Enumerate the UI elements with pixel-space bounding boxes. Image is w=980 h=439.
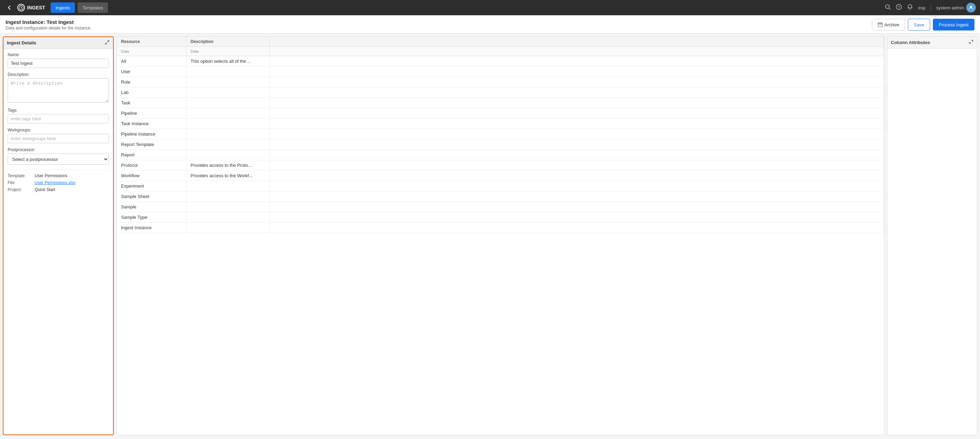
page-header-left: Ingest Instance: Test Ingest Data and co… <box>6 19 92 30</box>
workgroups-input[interactable] <box>8 134 109 143</box>
page-header-actions: Archive Save Process Ingest <box>872 19 974 30</box>
extra-cell <box>269 98 884 108</box>
table-row[interactable]: Role <box>117 77 884 87</box>
table-row[interactable]: Sample <box>117 202 884 212</box>
resource-cell: Report <box>117 150 186 160</box>
extra-cell <box>269 212 884 223</box>
table-row[interactable]: Pipeline Instance <box>117 129 884 139</box>
description-cell <box>186 108 269 119</box>
process-ingest-button[interactable]: Process Ingest <box>933 19 974 30</box>
center-panel: Resource Description Data Data AllThis o… <box>116 37 884 435</box>
panel-title: Ingest Details <box>7 40 37 45</box>
project-meta-value: Quick Start <box>35 187 55 192</box>
description-cell <box>186 223 269 233</box>
resource-cell: Task Instance <box>117 119 186 129</box>
description-cell <box>186 87 269 98</box>
save-label: Save <box>914 22 924 27</box>
page-title: Ingest Instance: Test Ingest <box>6 19 92 25</box>
resource-cell: Protocol <box>117 160 186 170</box>
extra-cell <box>269 67 884 77</box>
panel-collapse-button[interactable] <box>105 40 110 46</box>
resource-cell: All <box>117 56 186 67</box>
description-group: Description: <box>8 72 109 104</box>
col-resource-header: Resource <box>117 37 186 47</box>
table-row[interactable]: Sample Sheet <box>117 191 884 202</box>
svg-point-1 <box>886 5 889 9</box>
description-cell <box>186 119 269 129</box>
top-nav: INGEST Ingests Templates ? esp | system … <box>0 0 980 15</box>
postprocessor-group: Postprocessor: Select a postprocessor <box>8 147 109 165</box>
panel-header: Ingest Details <box>3 37 113 49</box>
extra-cell <box>269 181 884 191</box>
postprocessor-select[interactable]: Select a postprocessor <box>8 154 109 165</box>
archive-button[interactable]: Archive <box>872 19 905 30</box>
table-row[interactable]: Pipeline <box>117 108 884 119</box>
avatar <box>966 3 976 13</box>
description-cell <box>186 191 269 202</box>
bell-icon[interactable] <box>907 4 913 11</box>
brand-icon <box>18 4 25 11</box>
table-row[interactable]: User <box>117 67 884 77</box>
help-icon[interactable]: ? <box>896 4 902 11</box>
resource-cell: Sample Sheet <box>117 191 186 202</box>
file-meta-label: File: <box>8 180 32 185</box>
table-row[interactable]: AllThis option selects all of the ... <box>117 56 884 67</box>
extra-cell <box>269 139 884 150</box>
brand: INGEST <box>18 4 45 11</box>
nav-region: esp <box>918 5 925 10</box>
table-row[interactable]: Ingest Instance <box>117 223 884 233</box>
description-label: Description: <box>8 72 109 77</box>
description-cell <box>186 212 269 223</box>
template-meta-label: Template: <box>8 173 32 178</box>
project-meta-label: Project: <box>8 187 32 192</box>
table-row[interactable]: Task Instance <box>117 119 884 129</box>
search-icon[interactable] <box>885 4 891 11</box>
table-row[interactable]: Experiment <box>117 181 884 191</box>
description-cell <box>186 67 269 77</box>
table-row[interactable]: WorkflowProvides access to the Workf... <box>117 170 884 181</box>
extra-cell <box>269 160 884 170</box>
resource-cell: Role <box>117 77 186 87</box>
tags-label: Tags: <box>8 108 109 113</box>
right-panel-body <box>888 49 977 435</box>
save-button[interactable]: Save <box>908 19 930 30</box>
description-textarea[interactable] <box>8 78 109 103</box>
svg-line-2 <box>889 8 891 10</box>
table-row[interactable]: ProtocolProvides access to the Proto... <box>117 160 884 170</box>
svg-rect-7 <box>878 23 882 24</box>
tab-templates[interactable]: Templates <box>78 2 108 13</box>
tags-input[interactable] <box>8 114 109 124</box>
table-row[interactable]: Sample Type <box>117 212 884 223</box>
name-input[interactable] <box>8 59 109 68</box>
brand-label: INGEST <box>27 5 45 10</box>
table-row[interactable]: Lab <box>117 87 884 98</box>
back-button[interactable] <box>4 2 14 13</box>
table-row[interactable]: Report <box>117 150 884 160</box>
table-scroll[interactable]: Resource Description Data Data AllThis o… <box>117 37 884 435</box>
table-row[interactable]: Report Template <box>117 139 884 150</box>
resource-cell: Report Template <box>117 139 186 150</box>
col-description-sub: Data <box>186 47 269 56</box>
resource-cell: Task <box>117 98 186 108</box>
description-cell: Provides access to the Proto... <box>186 160 269 170</box>
resource-cell: Workflow <box>117 170 186 181</box>
nav-user: system admin <box>936 3 976 13</box>
resource-cell: Pipeline <box>117 108 186 119</box>
resource-table: Resource Description Data Data AllThis o… <box>117 37 884 233</box>
description-cell <box>186 181 269 191</box>
extra-cell <box>269 129 884 139</box>
resource-cell: Experiment <box>117 181 186 191</box>
name-label: Name: <box>8 52 109 57</box>
extra-cell <box>269 119 884 129</box>
archive-label: Archive <box>884 22 899 27</box>
tab-ingests[interactable]: Ingests <box>51 2 75 13</box>
svg-rect-6 <box>878 24 882 27</box>
extra-cell <box>269 150 884 160</box>
workgroups-label: Workgroups: <box>8 127 109 132</box>
right-panel-expand-button[interactable] <box>969 40 974 45</box>
meta-section: Template: User Permissions File: User Pe… <box>8 170 109 192</box>
file-meta-link[interactable]: User Permissions.xlsx <box>35 180 76 185</box>
page-header: Ingest Instance: Test Ingest Data and co… <box>0 15 980 33</box>
resource-cell: Lab <box>117 87 186 98</box>
table-row[interactable]: Task <box>117 98 884 108</box>
